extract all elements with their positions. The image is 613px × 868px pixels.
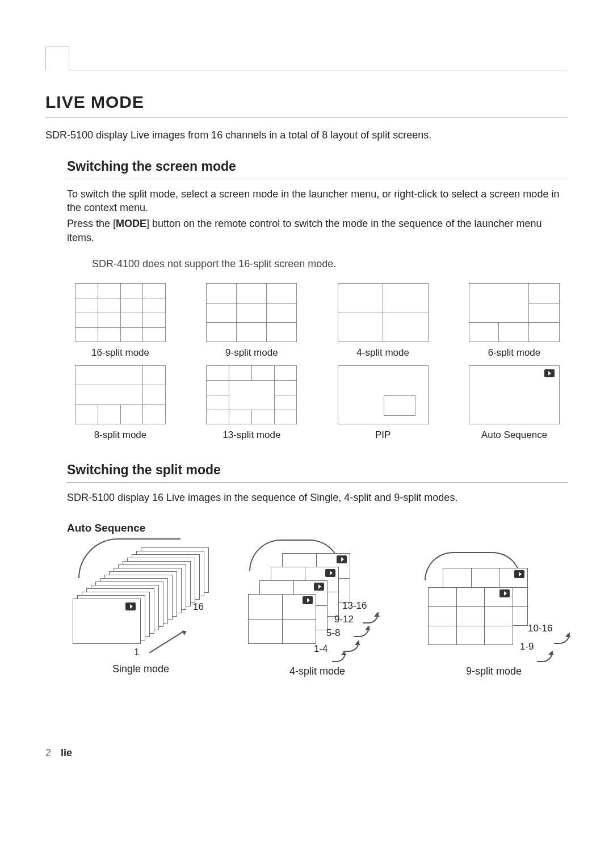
corner-tab xyxy=(45,47,69,70)
mode-grid-row-1: 16-split mode 9-split mode 4-split mode … xyxy=(67,283,568,360)
label-16: 16 xyxy=(193,601,204,614)
label-9-split: 9-split mode xyxy=(225,347,278,360)
mode-word: MODE xyxy=(116,218,146,229)
mode-9-split: 9-split mode xyxy=(198,283,305,360)
sequence-icon xyxy=(125,602,136,610)
range-1-4: 1-4 xyxy=(314,643,328,656)
h2-switch-screen: Switching the screen mode xyxy=(67,158,568,179)
mode-8-split: 8-split mode xyxy=(67,365,174,442)
range-9-12: 9-12 xyxy=(334,613,354,626)
mode-13-split: 13-split mode xyxy=(198,365,305,442)
diagram-single-label: Single mode xyxy=(67,662,215,676)
mode-pip: PIP xyxy=(330,365,436,442)
switch-screen-p1: To switch the split mode, select a scree… xyxy=(67,187,568,215)
p2a: Press the [ xyxy=(67,218,116,229)
sequence-icon xyxy=(544,369,555,377)
h1-live-mode: LIVE MODE xyxy=(45,91,568,118)
label-pip: PIP xyxy=(375,429,391,442)
switch-screen-p2: Press the [MODE] button on the remote co… xyxy=(67,217,568,245)
label-4-split: 4-split mode xyxy=(356,347,409,360)
mode-6-split: 6-split mode xyxy=(461,283,568,360)
diagram-9split-label: 9-split mode xyxy=(420,664,568,678)
sequence-icon xyxy=(314,583,324,591)
page-footer: 2 lie xyxy=(45,746,568,760)
range-1-9: 1-9 xyxy=(520,641,534,654)
diagram-9split: 10-16 1-9 9-split mode xyxy=(420,545,568,678)
diagram-4split-label: 4-split mode xyxy=(243,664,391,678)
label-6-split: 6-split mode xyxy=(488,347,541,360)
switch-split-p: SDR-5100 display 16 Live images in the s… xyxy=(67,491,568,504)
label-8-split: 8-split mode xyxy=(94,429,147,442)
sequence-icon xyxy=(514,570,524,578)
h3-auto-sequence: Auto Sequence xyxy=(67,521,568,536)
label-1: 1 xyxy=(134,646,139,659)
footer-word: lie xyxy=(61,747,72,759)
sequence-icon xyxy=(337,555,347,563)
mode-16-split: 16-split mode xyxy=(67,283,174,360)
label-auto-sequence: Auto Sequence xyxy=(481,429,547,442)
auto-sequence-diagrams: 16 1 Single mode 13-16 9-12 5-8 1-4 xyxy=(67,545,568,678)
note-text: SDR-4100 does not support the 16-split s… xyxy=(92,257,568,271)
h2-switch-split: Switching the split mode xyxy=(67,461,568,483)
mode-grid-row-2: 8-split mode 13-split mode PIP Auto Sequ… xyxy=(67,365,568,442)
diagram-single: 16 1 Single mode xyxy=(67,545,215,678)
range-5-8: 5-8 xyxy=(326,627,341,640)
header-rule xyxy=(45,47,568,70)
mode-4-split: 4-split mode xyxy=(330,283,436,360)
range-10-16: 10-16 xyxy=(528,622,552,635)
label-13-split: 13-split mode xyxy=(222,429,280,442)
range-13-16: 13-16 xyxy=(342,600,367,613)
page-number: 2 xyxy=(45,747,51,759)
sequence-icon xyxy=(303,596,313,604)
sequence-icon xyxy=(325,569,335,577)
sequence-icon xyxy=(499,589,510,597)
diagram-4split: 13-16 9-12 5-8 1-4 4-split mode xyxy=(243,545,391,678)
label-16-split: 16-split mode xyxy=(91,347,149,360)
mode-auto-sequence: Auto Sequence xyxy=(461,365,568,442)
intro-text: SDR-5100 display Live images from 16 cha… xyxy=(45,128,568,142)
